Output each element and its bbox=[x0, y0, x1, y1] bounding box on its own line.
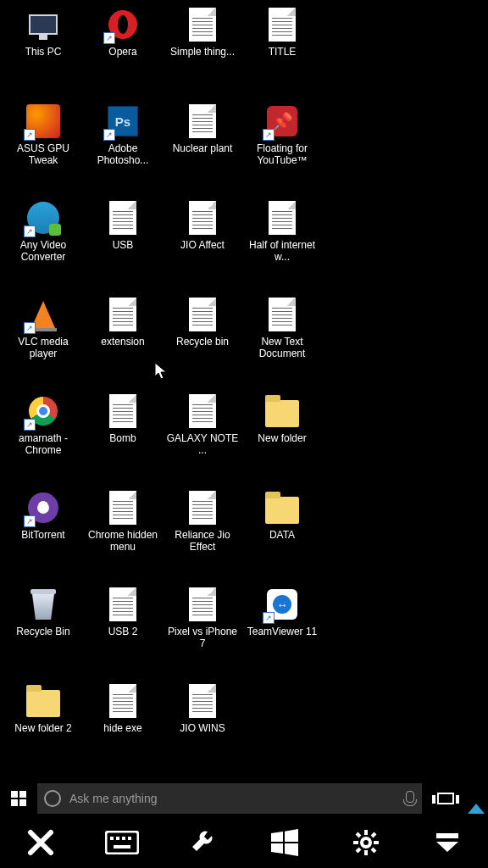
icon-label: Reliance Jio Effect bbox=[163, 529, 242, 553]
desktop-icon[interactable]: DATA bbox=[242, 490, 322, 575]
windows-button[interactable] bbox=[266, 824, 303, 861]
start-button[interactable] bbox=[0, 780, 37, 817]
icon-label: New Text Document bbox=[242, 336, 322, 359]
desktop-icon[interactable]: ↗BitTorrent bbox=[3, 490, 83, 575]
icon-label: Half of internet w... bbox=[242, 239, 322, 263]
desktop-icon[interactable]: Pixel vs iPhone 7 bbox=[163, 587, 242, 671]
dropdown-button[interactable] bbox=[429, 824, 466, 861]
desktop-icon[interactable]: ↗ASUS GPU Tweak bbox=[3, 103, 83, 188]
desktop-icon[interactable]: This PC bbox=[3, 7, 83, 92]
doc-icon bbox=[185, 490, 220, 526]
desktop-icon[interactable]: JIO WINS bbox=[163, 683, 242, 768]
desktop-icon[interactable]: New folder bbox=[242, 393, 322, 478]
settings-button[interactable] bbox=[347, 824, 385, 861]
icon-label: Recycle bin bbox=[173, 336, 232, 348]
desktop-icon[interactable]: Reliance Jio Effect bbox=[163, 490, 242, 575]
svg-rect-9 bbox=[114, 845, 130, 849]
desktop-icon[interactable]: 📌↗Floating for YouTube™ bbox=[242, 103, 322, 188]
desktop-icon[interactable]: New folder 2 bbox=[3, 683, 83, 768]
desktop-icon[interactable]: Half of internet w... bbox=[242, 200, 322, 285]
icon-label: BitTorrent bbox=[18, 529, 68, 541]
teamviewer-icon: ↗ bbox=[264, 587, 300, 622]
doc-icon bbox=[264, 7, 300, 42]
avc-icon: ↗ bbox=[25, 200, 61, 236]
icon-label: Opera bbox=[105, 46, 140, 58]
svg-marker-10 bbox=[271, 832, 283, 842]
recyclebin-icon bbox=[25, 587, 61, 622]
icon-label: extension bbox=[97, 336, 147, 348]
icon-label: Floating for YouTube™ bbox=[242, 142, 322, 166]
close-button[interactable] bbox=[22, 824, 59, 861]
icon-label: Bomb bbox=[106, 432, 139, 444]
desktop-icon[interactable]: Recycle bin bbox=[163, 297, 242, 381]
asus-icon: ↗ bbox=[25, 103, 61, 139]
icon-label: VLC media player bbox=[3, 336, 83, 359]
vlc-icon: ↗ bbox=[25, 297, 61, 332]
microphone-icon[interactable] bbox=[403, 791, 415, 806]
desktop-icon[interactable]: GALAXY NOTE ... bbox=[163, 393, 242, 478]
desktop-icon[interactable]: Simple thing... bbox=[163, 7, 242, 92]
desktop-icon[interactable]: New Text Document bbox=[242, 297, 322, 381]
desktop-icon[interactable]: TITLE bbox=[242, 7, 322, 92]
desktop-icon[interactable]: ↗VLC media player bbox=[3, 297, 83, 381]
desktop-icon[interactable]: ↗Any Video Converter bbox=[3, 200, 83, 285]
tray-peek bbox=[464, 780, 488, 817]
folder-icon bbox=[264, 393, 300, 429]
desktop-icon[interactable]: Chrome hidden menu bbox=[83, 490, 163, 575]
desktop-icon[interactable]: ↗amarnath - Chrome bbox=[3, 393, 83, 478]
icon-label: USB bbox=[109, 239, 137, 251]
desktop-icon[interactable]: ↗TeamViewer 11 bbox=[242, 587, 322, 671]
desktop-icon[interactable]: hide exe bbox=[83, 683, 163, 768]
desktop-icon[interactable]: ↗Opera bbox=[83, 7, 163, 92]
keyboard-button[interactable] bbox=[103, 824, 141, 861]
chrome-icon: ↗ bbox=[25, 393, 61, 429]
taskbar: Ask me anything bbox=[0, 780, 488, 817]
task-view-button[interactable] bbox=[427, 780, 464, 817]
desktop[interactable]: This PC↗OperaSimple thing...TITLE↗ASUS G… bbox=[0, 0, 488, 780]
svg-line-22 bbox=[357, 849, 360, 852]
desktop-icon[interactable]: JIO Affect bbox=[163, 200, 242, 285]
desktop-icon[interactable]: Recycle Bin bbox=[3, 587, 83, 671]
icon-label: This PC bbox=[22, 46, 65, 58]
svg-rect-3 bbox=[19, 799, 26, 806]
desktop-icon[interactable]: USB bbox=[83, 200, 163, 285]
icon-label: Nuclear plant bbox=[169, 142, 236, 154]
svg-rect-1 bbox=[19, 791, 26, 798]
desktop-icon[interactable]: USB 2 bbox=[83, 587, 163, 671]
doc-icon bbox=[185, 103, 220, 139]
doc-icon bbox=[185, 200, 220, 236]
desktop-icon[interactable]: Bomb bbox=[83, 393, 163, 478]
doc-icon bbox=[105, 297, 141, 332]
icon-label: JIO Affect bbox=[177, 239, 228, 251]
search-box[interactable]: Ask me anything bbox=[37, 783, 422, 814]
doc-icon bbox=[185, 393, 220, 429]
desktop-icon[interactable]: Nuclear plant bbox=[163, 103, 242, 188]
icon-label: amarnath - Chrome bbox=[3, 432, 83, 456]
svg-marker-13 bbox=[285, 843, 298, 856]
ps-icon: Ps↗ bbox=[105, 103, 141, 139]
svg-rect-6 bbox=[116, 837, 119, 840]
doc-icon bbox=[105, 587, 141, 622]
doc-icon bbox=[105, 393, 141, 429]
search-placeholder: Ask me anything bbox=[69, 792, 403, 805]
pin-icon: 📌↗ bbox=[264, 103, 300, 139]
svg-line-21 bbox=[372, 833, 375, 837]
doc-icon bbox=[185, 297, 220, 332]
doc-icon bbox=[105, 490, 141, 526]
desktop-icon[interactable]: extension bbox=[83, 297, 163, 381]
icon-label: New folder bbox=[254, 432, 309, 444]
doc-icon bbox=[185, 683, 220, 719]
desktop-icon[interactable]: Ps↗Adobe Photosho... bbox=[83, 103, 163, 188]
action-bar bbox=[0, 817, 488, 868]
svg-rect-23 bbox=[436, 833, 458, 838]
icon-label: Any Video Converter bbox=[3, 239, 83, 263]
icon-label: USB 2 bbox=[105, 626, 141, 637]
svg-marker-24 bbox=[436, 842, 458, 852]
svg-marker-11 bbox=[285, 829, 298, 842]
icon-label: JIO WINS bbox=[176, 722, 228, 734]
icon-label: hide exe bbox=[100, 722, 145, 734]
tools-button[interactable] bbox=[185, 824, 222, 861]
doc-icon bbox=[264, 200, 300, 236]
svg-rect-0 bbox=[11, 791, 18, 798]
folder-icon bbox=[25, 683, 61, 719]
